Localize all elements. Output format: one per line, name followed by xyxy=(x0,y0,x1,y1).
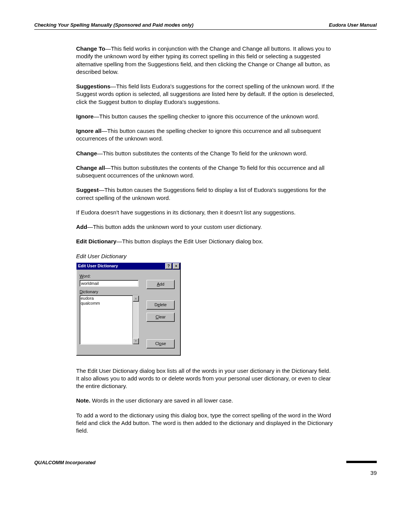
body-text: Change To—This field works in conjunctio… xyxy=(76,45,335,435)
term-suggestions: Suggestions xyxy=(76,83,110,89)
term-suggest: Suggest xyxy=(76,187,99,193)
dialog-title: Edit User Dictionary xyxy=(78,263,118,269)
clear-button[interactable]: Clear xyxy=(147,313,175,322)
term-ignore: Ignore xyxy=(76,113,94,120)
help-icon[interactable]: ? xyxy=(165,263,172,269)
footer-company: QUALCOMM Incorporated xyxy=(34,460,96,465)
listbox-scrollbar[interactable]: ▲ ▼ xyxy=(132,295,139,345)
edit-user-dictionary-dialog: Edit User Dictionary ? × Word: worldmail… xyxy=(76,262,181,356)
page-number: 39 xyxy=(370,470,377,476)
word-label: Word: xyxy=(80,273,177,279)
term-add: Add xyxy=(76,224,87,230)
header-left: Checking Your Spelling Manually (Sponsor… xyxy=(34,22,193,28)
header-right: Eudora User Manual xyxy=(329,22,377,28)
close-icon[interactable]: × xyxy=(173,263,180,269)
footer-bar xyxy=(346,461,377,463)
term-note: Note. xyxy=(76,397,91,404)
dictionary-listbox[interactable]: eudora qualcomm xyxy=(80,295,133,345)
term-change-to: Change To xyxy=(76,45,105,52)
term-change-all: Change all xyxy=(76,165,105,171)
page-header: Checking Your Spelling Manually (Sponsor… xyxy=(34,22,377,30)
figure-caption: Edit User Dictionary xyxy=(76,252,335,260)
dialog-titlebar[interactable]: Edit User Dictionary ? × xyxy=(76,263,180,270)
scroll-up-icon[interactable]: ▲ xyxy=(133,296,139,302)
term-change: Change xyxy=(76,150,97,157)
term-edit-dictionary: Edit Dictionary xyxy=(76,238,116,244)
close-button[interactable]: Close xyxy=(147,339,175,348)
delete-button[interactable]: Delete xyxy=(147,300,175,310)
add-button[interactable]: Add xyxy=(147,280,175,289)
word-input[interactable]: worldmail xyxy=(80,280,139,287)
dictionary-label: Dictionary xyxy=(80,289,140,295)
list-item[interactable]: eudora xyxy=(81,296,132,301)
scroll-down-icon[interactable]: ▼ xyxy=(133,338,139,344)
page-footer: QUALCOMM Incorporated xyxy=(34,459,377,465)
list-item[interactable]: qualcomm xyxy=(81,301,132,306)
term-ignore-all: Ignore all xyxy=(76,128,102,134)
